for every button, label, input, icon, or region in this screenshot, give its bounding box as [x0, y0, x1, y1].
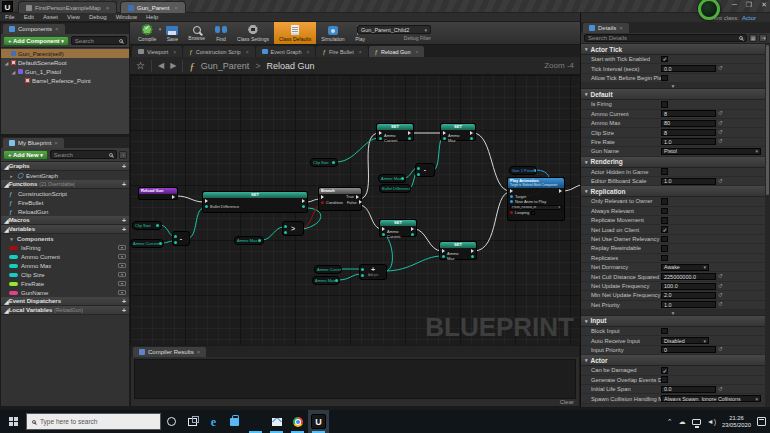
favorite-star-icon[interactable]: ☆: [136, 60, 145, 71]
add-icon[interactable]: +: [122, 217, 126, 224]
blueprint-item-ammo-current[interactable]: Ammo Current▾: [1, 252, 129, 261]
menu-edit[interactable]: Edit: [24, 14, 34, 20]
section-header-variables[interactable]: ◢ Variables+: [1, 225, 129, 234]
operator-node[interactable]: -: [172, 231, 190, 246]
checkbox-actor-hidden-in-game[interactable]: [661, 168, 668, 175]
checkbox-only-relevant-to-owner[interactable]: [661, 198, 668, 205]
expander-arrow-icon[interactable]: ◢: [4, 60, 9, 66]
visibility-eye-icon[interactable]: ▾: [118, 281, 126, 286]
section-header-local-variables[interactable]: ◢ Local Variables(ReloadGun)+: [1, 306, 129, 315]
filter-grid-icon[interactable]: ▦: [749, 34, 757, 42]
reset-icon[interactable]: ↺: [718, 65, 723, 72]
getter-node-clip-size[interactable]: Clip Size: [310, 158, 338, 167]
network-icon[interactable]: [692, 419, 701, 425]
value-field-initial-life-span[interactable]: 0.0: [661, 386, 716, 393]
visibility-eye-icon[interactable]: ▾: [118, 272, 126, 277]
visibility-eye-icon[interactable]: ▾: [118, 245, 126, 250]
operator-node[interactable]: -: [415, 163, 435, 177]
start-button[interactable]: [0, 410, 26, 433]
volume-icon[interactable]: ◄): [707, 418, 716, 426]
checkbox-net-use-owner-relevancy[interactable]: [661, 236, 668, 243]
node-set-ammo-current[interactable]: SETAmmo Current: [379, 219, 417, 237]
close-icon[interactable]: ×: [619, 25, 623, 31]
visibility-eye-icon[interactable]: ▾: [118, 254, 126, 259]
tree-item-barrel-refence-point[interactable]: Barrel_Refence_Point: [1, 76, 129, 85]
add-icon[interactable]: +: [122, 307, 126, 314]
checkbox-start-with-tick-enabled[interactable]: [661, 56, 668, 63]
close-icon[interactable]: ×: [197, 349, 201, 355]
reset-icon[interactable]: ↺: [718, 292, 723, 299]
checkbox-replicates[interactable]: [661, 255, 668, 262]
close-icon[interactable]: ×: [54, 140, 58, 146]
add-icon[interactable]: +: [122, 181, 126, 188]
tree-item-gun-1-pistol[interactable]: ◢Gun_1_Pistol: [1, 67, 129, 76]
getter-node-ammo-current[interactable]: Ammo Current: [130, 239, 164, 248]
section-header-functions[interactable]: ◢ Functions(21 Overridable)+: [1, 180, 129, 189]
checkbox-generate-overlap-events-dur[interactable]: [661, 376, 668, 383]
getter-node-ammo-max[interactable]: Ammo Max: [378, 174, 406, 183]
blueprint-item-gunname[interactable]: GunName▾: [1, 288, 129, 297]
details-section-rendering[interactable]: ▾Rendering: [581, 157, 765, 168]
blueprint-item-constructionscript[interactable]: ƒConstructionScript: [1, 189, 129, 198]
breadcrumb-root[interactable]: Gun_Parent: [201, 61, 250, 71]
details-search-input[interactable]: Search Details: [584, 34, 747, 42]
node-reload-gun[interactable]: Reload Gun: [138, 187, 178, 200]
value-field-tick-interval-secs[interactable]: 0.0: [661, 65, 716, 72]
checkbox-is-firing[interactable]: [661, 101, 668, 108]
node-set-ammo-max[interactable]: SETAmmo Max: [439, 241, 477, 260]
looping-checkbox[interactable]: [531, 211, 535, 215]
value-field-net-priority[interactable]: 1.0: [661, 301, 716, 308]
reset-icon[interactable]: ↺: [718, 283, 723, 290]
toolbar-compile-button[interactable]: Compile▾: [133, 22, 161, 44]
taskbar-clock[interactable]: 21:26 23/05/2020: [722, 415, 751, 429]
reset-icon[interactable]: ↺: [718, 301, 723, 308]
taskbar-search-input[interactable]: Type here to search: [26, 413, 161, 430]
view-options-icon[interactable]: ◔: [119, 151, 127, 159]
maximize-button[interactable]: ❐: [746, 1, 752, 9]
taskbar-edge-icon[interactable]: e: [203, 410, 224, 433]
close-icon[interactable]: ×: [173, 49, 176, 55]
taskbar-taskview-icon[interactable]: [182, 410, 203, 433]
checkbox-can-be-damaged[interactable]: [661, 367, 668, 374]
details-scrollbar[interactable]: [765, 44, 770, 407]
tab-components[interactable]: Components ×: [3, 24, 65, 34]
add-icon[interactable]: +: [122, 163, 126, 170]
menu-debug[interactable]: Debug: [89, 14, 107, 20]
back-arrow-icon[interactable]: ◀: [158, 61, 164, 70]
checkbox-allow-tick-before-begin-play[interactable]: [661, 75, 668, 82]
taskbar-unreal-icon[interactable]: U: [308, 410, 329, 433]
graph-tab-reload-gun[interactable]: ƒReload Gun×: [369, 46, 425, 57]
blueprint-item-components[interactable]: ▾Components: [1, 234, 129, 243]
close-icon[interactable]: ×: [306, 49, 309, 55]
node-set-bullet-difference[interactable]: SETBullet Difference: [202, 191, 308, 213]
value-field-fire-rate[interactable]: 1.0: [661, 138, 716, 145]
close-icon[interactable]: ×: [106, 5, 110, 11]
breadcrumb-current[interactable]: Reload Gun: [267, 61, 315, 71]
minimize-button[interactable]: ─: [732, 1, 737, 9]
graph-tab-viewport[interactable]: Viewport×: [132, 46, 182, 57]
toolbar-class-defaults-button[interactable]: Class Defaults: [274, 22, 316, 44]
value-field-net-update-frequency[interactable]: 100.0: [661, 283, 716, 290]
node-set-ammo-current[interactable]: SETAmmo Current: [376, 123, 414, 141]
taskbar-store-icon[interactable]: [224, 410, 245, 433]
menu-asset[interactable]: Asset: [43, 14, 58, 20]
taskbar-chrome-icon[interactable]: [287, 410, 308, 433]
add-new-button[interactable]: + Add New ▾: [3, 150, 48, 160]
toolbar-save-button[interactable]: Save: [161, 22, 183, 44]
value-field-input-priority[interactable]: 0: [661, 346, 716, 353]
details-section-actor[interactable]: ▾Actor: [581, 355, 765, 366]
checkbox-replay-rewindable[interactable]: [661, 245, 668, 252]
getter-node-ammo-current[interactable]: Ammo Current: [314, 265, 342, 274]
reset-icon[interactable]: ↺: [718, 178, 723, 185]
menu-file[interactable]: File: [5, 14, 15, 20]
view-options-icon[interactable]: ◔▾: [759, 34, 767, 42]
my-blueprint-search-input[interactable]: Search: [50, 150, 117, 159]
dropdown-auto-receive-input[interactable]: Disabled▾: [661, 337, 709, 344]
toolbar-simulation-button[interactable]: Simulation: [316, 22, 349, 44]
value-field-net-cull-distance-squared[interactable]: 225000000.0: [661, 273, 716, 280]
blueprint-item-eventgraph[interactable]: ▸⬡EventGraph: [1, 171, 129, 180]
add-icon[interactable]: +: [122, 298, 126, 305]
details-section-default[interactable]: ▾Default: [581, 89, 765, 100]
reset-icon[interactable]: ↺: [718, 386, 723, 393]
debug-object-select[interactable]: Gun_Parent_Child2▾: [357, 25, 431, 34]
